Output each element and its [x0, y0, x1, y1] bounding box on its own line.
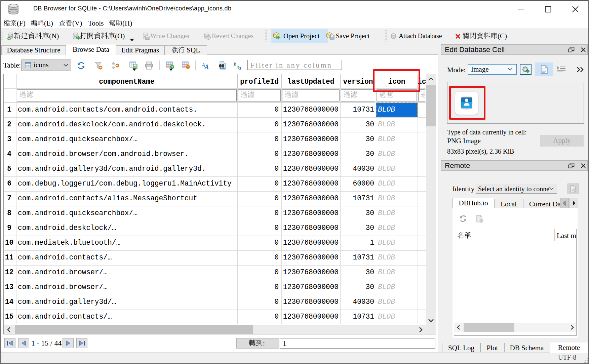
svg-text:A: A	[204, 64, 209, 70]
svg-text:b: b	[234, 62, 236, 67]
svg-text:a: a	[238, 65, 241, 70]
